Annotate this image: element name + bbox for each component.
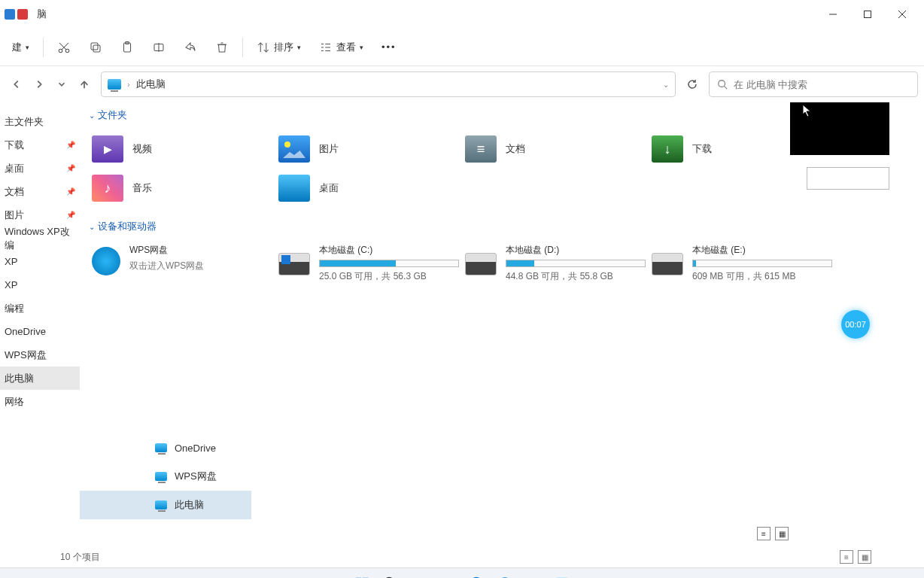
drive-item[interactable]: 本地磁盘 (E:)609 MB 可用，共 615 MB (649, 241, 835, 286)
sidebar-item[interactable]: 网络 (0, 390, 80, 413)
copy-button[interactable] (81, 33, 110, 62)
sidebar-item[interactable]: XP (0, 273, 80, 297)
drive-free-text: 25.0 GB 可用，共 56.3 GB (319, 270, 459, 283)
delete-button[interactable] (208, 33, 236, 62)
svg-point-25 (719, 81, 725, 87)
pin-icon: 📌 (66, 164, 75, 172)
drive-item[interactable]: 本地磁盘 (D:)44.8 GB 可用，共 55.8 GB (462, 241, 649, 286)
folder-label: 音乐 (132, 181, 152, 195)
statusbar: 10 个项目 ≡ ▦ (0, 546, 924, 567)
drive-icon (278, 253, 310, 275)
drive-name: 本地磁盘 (D:) (506, 244, 646, 257)
sidebar-item[interactable]: XP (0, 250, 80, 273)
pc-icon (155, 472, 167, 481)
share-button[interactable] (176, 33, 205, 62)
search-input[interactable] (734, 79, 910, 90)
folder-item[interactable]: 视频 (89, 129, 275, 169)
grid-view-button[interactable]: ▦ (775, 527, 789, 540)
recording-timer: 00:07 (841, 310, 870, 339)
pc-icon (155, 443, 167, 452)
sidebar-item[interactable]: OneDrive (0, 320, 80, 343)
drive-free-text: 44.8 GB 可用，共 55.8 GB (506, 270, 646, 283)
folder-icon (278, 135, 310, 163)
sidebar-item[interactable]: 文档📌 (0, 180, 80, 203)
folder-item[interactable]: 音乐 (89, 169, 275, 208)
rename-button[interactable] (144, 33, 173, 62)
sidebar-item[interactable]: 编程 (0, 297, 80, 320)
sort-button[interactable]: 排序▾ (249, 33, 309, 62)
close-button[interactable] (885, 2, 919, 26)
start-button[interactable] (352, 574, 372, 579)
folder-icon (92, 135, 123, 163)
sidebar-item[interactable]: Windows XP改编 (0, 227, 80, 250)
forward-button[interactable] (29, 74, 50, 95)
folder-item[interactable]: 图片 (275, 129, 462, 169)
svg-rect-8 (93, 45, 100, 52)
explorer-taskbar-icon[interactable] (438, 574, 457, 579)
chevron-down-icon[interactable]: ⌄ (663, 81, 669, 89)
search-bar[interactable] (709, 71, 918, 97)
details-view-button[interactable]: ≡ (757, 527, 771, 540)
drive-name: WPS网盘 (129, 244, 272, 257)
folder-icon (465, 135, 497, 163)
pin-icon: 📌 (66, 187, 75, 196)
edge-taskbar-icon[interactable] (467, 574, 486, 579)
minimize-button[interactable] (816, 2, 850, 26)
address-bar[interactable]: › 此电脑 ⌄ (101, 71, 676, 97)
svg-rect-1 (865, 11, 871, 18)
cut-button[interactable] (50, 33, 78, 62)
sidebar-item[interactable]: WPS网盘 (0, 343, 80, 367)
maximize-button[interactable] (850, 2, 885, 26)
cursor-icon (802, 104, 813, 117)
folder-item[interactable]: 文档 (462, 129, 649, 169)
pin-icon: 📌 (66, 211, 75, 219)
sidebar-item[interactable]: 桌面📌 (0, 157, 80, 180)
drive-usage-bar (319, 260, 459, 267)
drive-icon (652, 253, 683, 275)
sidebar-item[interactable]: 主文件夹 (0, 110, 80, 133)
search-taskbar-button[interactable] (381, 574, 400, 579)
svg-line-26 (725, 87, 728, 90)
recent-dropdown[interactable] (51, 74, 72, 95)
folder-label: 桌面 (319, 181, 339, 195)
item-count: 10 个项目 (60, 551, 100, 564)
view-button[interactable]: 查看▾ (312, 33, 371, 62)
notepad-taskbar-icon[interactable] (552, 574, 572, 579)
back-button[interactable] (6, 74, 27, 95)
nav-tree-item[interactable]: 此电脑 (80, 491, 251, 519)
app-taskbar-icon[interactable] (524, 574, 543, 579)
folder-item[interactable]: 桌面 (275, 169, 462, 208)
paste-button[interactable] (113, 33, 141, 62)
grid-view-button[interactable]: ▦ (858, 550, 871, 564)
nav-row: › 此电脑 ⌄ (0, 66, 924, 102)
nav-tree-item[interactable]: WPS网盘 (80, 462, 251, 491)
drive-name: 本地磁盘 (E:) (692, 244, 832, 257)
new-button[interactable]: 建▾ (5, 33, 37, 62)
refresh-button[interactable] (682, 74, 703, 95)
folder-icon (652, 135, 683, 163)
details-view-button[interactable]: ≡ (840, 550, 853, 564)
breadcrumb[interactable]: 此电脑 (136, 78, 657, 91)
pin-icon: 📌 (66, 141, 75, 149)
taskview-button[interactable] (409, 574, 429, 579)
sidebar-item[interactable]: 此电脑 (0, 367, 80, 390)
nav-tree-item[interactable]: OneDrive (80, 434, 251, 462)
up-button[interactable] (74, 74, 95, 95)
more-button[interactable]: ••• (374, 33, 404, 62)
drives-section-header[interactable]: ⌄设备和驱动器 (89, 220, 915, 233)
drive-item[interactable]: 本地磁盘 (C:)25.0 GB 可用，共 56.3 GB (275, 241, 462, 286)
sidebar-item[interactable]: 下载📌 (0, 133, 80, 157)
app-icons (5, 9, 28, 20)
toolbar: 建▾ 排序▾ 查看▾ ••• (0, 29, 924, 66)
chevron-down-icon: ⌄ (89, 223, 95, 231)
pc-icon (108, 79, 121, 90)
drive-usage-bar (506, 260, 646, 267)
sidebar-item[interactable]: 图片📌 (0, 203, 80, 227)
store-taskbar-icon[interactable] (495, 574, 515, 579)
folder-icon (92, 175, 123, 202)
breadcrumb-sep: › (127, 80, 130, 89)
folder-label: 图片 (319, 142, 339, 156)
folder-label: 文档 (506, 142, 525, 156)
drive-item[interactable]: WPS网盘双击进入WPS网盘 (89, 241, 275, 286)
drive-usage-bar (692, 260, 832, 267)
